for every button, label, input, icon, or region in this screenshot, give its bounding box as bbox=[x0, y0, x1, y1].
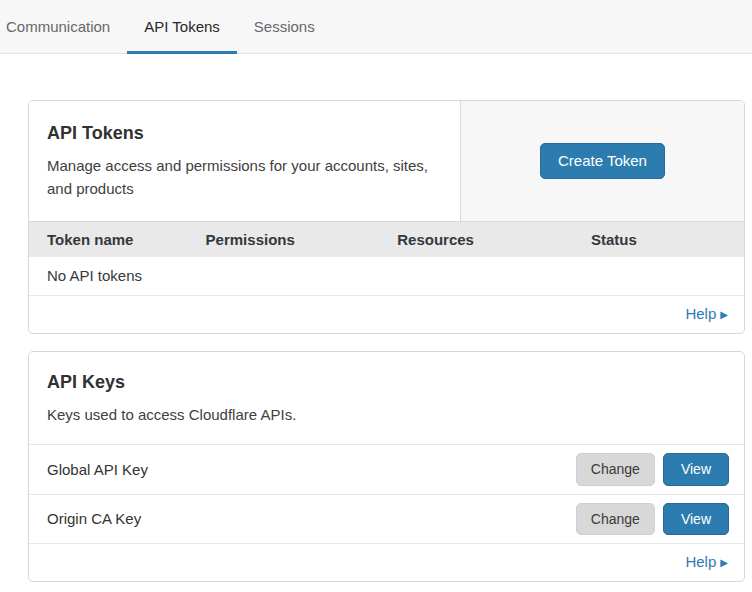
token-table-header-row: Token name Permissions Resources Status bbox=[29, 221, 744, 257]
tab-sessions-label: Sessions bbox=[254, 18, 315, 35]
tab-api-tokens-label: API Tokens bbox=[144, 18, 220, 35]
api-keys-card-footer: Help▶ bbox=[29, 543, 744, 581]
settings-tab-bar: Communication API Tokens Sessions bbox=[0, 0, 752, 54]
origin-ca-key-view-button[interactable]: View bbox=[663, 503, 729, 536]
api-keys-card: API Keys Keys used to access Cloudflare … bbox=[28, 351, 745, 583]
api-keys-subtitle: Keys used to access Cloudflare APIs. bbox=[47, 403, 726, 426]
api-keys-help-label: Help bbox=[685, 553, 716, 570]
api-tokens-card: API Tokens Manage access and permissions… bbox=[28, 100, 745, 334]
origin-ca-key-label: Origin CA Key bbox=[47, 510, 576, 527]
tab-communication-label: Communication bbox=[6, 18, 110, 35]
api-keys-title: API Keys bbox=[47, 372, 726, 393]
help-arrow-icon: ▶ bbox=[720, 309, 728, 320]
help-arrow-icon: ▶ bbox=[720, 557, 728, 568]
api-tokens-title: API Tokens bbox=[47, 123, 436, 144]
global-api-key-view-button[interactable]: View bbox=[663, 453, 729, 486]
api-keys-card-header: API Keys Keys used to access Cloudflare … bbox=[29, 352, 744, 444]
api-keys-help-link[interactable]: Help▶ bbox=[685, 553, 728, 570]
token-table-header-status: Status bbox=[591, 231, 744, 248]
tab-sessions[interactable]: Sessions bbox=[237, 0, 332, 53]
global-api-key-label: Global API Key bbox=[47, 461, 576, 478]
active-tab-underline bbox=[127, 51, 237, 54]
token-table-empty-row: No API tokens bbox=[29, 257, 744, 296]
token-table-header-resources: Resources bbox=[397, 231, 591, 248]
api-tokens-help-label: Help bbox=[685, 305, 716, 322]
origin-ca-key-actions: Change View bbox=[576, 503, 729, 536]
global-api-key-actions: Change View bbox=[576, 453, 729, 486]
api-tokens-help-link[interactable]: Help▶ bbox=[685, 305, 728, 322]
api-tokens-card-header-text: API Tokens Manage access and permissions… bbox=[29, 101, 460, 221]
api-key-row-global: Global API Key Change View bbox=[29, 444, 744, 494]
global-api-key-change-button[interactable]: Change bbox=[576, 453, 655, 486]
tab-communication[interactable]: Communication bbox=[6, 0, 127, 53]
api-tokens-card-header: API Tokens Manage access and permissions… bbox=[29, 101, 744, 221]
page-content: API Tokens Manage access and permissions… bbox=[0, 54, 752, 582]
create-token-button[interactable]: Create Token bbox=[540, 143, 665, 179]
api-tokens-card-footer: Help▶ bbox=[29, 296, 744, 333]
api-tokens-subtitle: Manage access and permissions for your a… bbox=[47, 154, 436, 201]
api-tokens-card-action-area: Create Token bbox=[460, 101, 744, 221]
api-key-row-origin-ca: Origin CA Key Change View bbox=[29, 494, 744, 544]
token-table-header-token-name: Token name bbox=[29, 231, 206, 248]
tab-api-tokens[interactable]: API Tokens bbox=[127, 0, 237, 53]
token-table-header-permissions: Permissions bbox=[206, 231, 398, 248]
origin-ca-key-change-button[interactable]: Change bbox=[576, 503, 655, 536]
